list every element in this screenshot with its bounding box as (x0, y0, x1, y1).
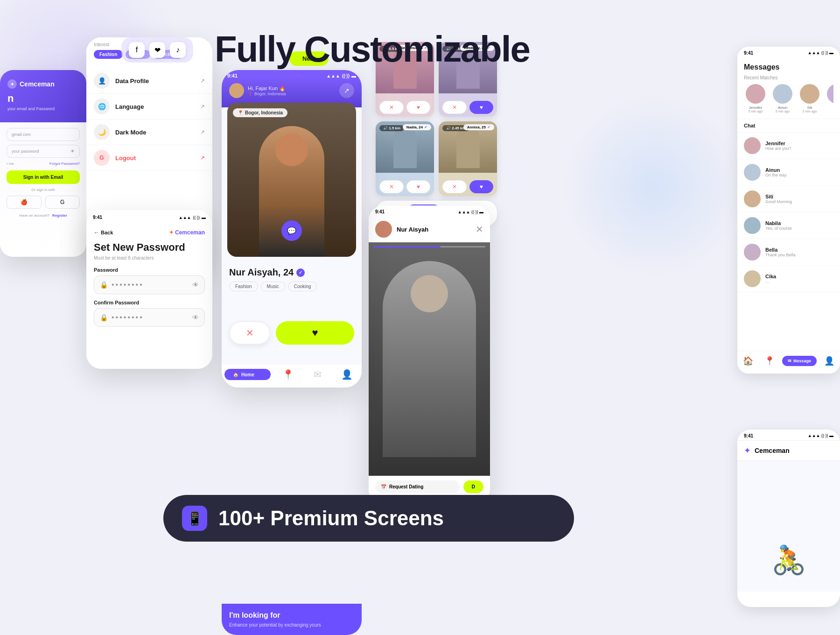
arrow-icon: ↗ (200, 78, 205, 84)
avatar-siti[interactable]: Siti 5 min ago (798, 84, 821, 113)
msg-nav-home[interactable]: 🏠 (737, 356, 759, 366)
nav-messages[interactable]: ✉ (303, 369, 332, 380)
chat-ainun[interactable]: Ainun On the way (737, 159, 840, 186)
back-button[interactable]: ← Back (94, 230, 113, 235)
recent-matches-label: Recent Matches (744, 75, 833, 80)
or-divider: Or sign in with (7, 188, 80, 192)
story-header: Nur Aisyah ✕ (369, 216, 490, 242)
pw-password-field[interactable]: 🔒 •••••••• 👁 (94, 275, 205, 294)
story-time: 9:41 (375, 209, 385, 214)
facebook-icon[interactable]: f (129, 42, 145, 58)
dark-mode-label: Dark Mode (115, 129, 195, 136)
card-location-badge: 📍 Bogor, Indonesia (233, 108, 287, 117)
logout-item[interactable]: G Logout ↗ (86, 145, 212, 171)
pw-password-label: Password (94, 267, 205, 273)
logout-label: Logout (115, 155, 195, 162)
msg-header: Messages Recent Matches Jennifer 5 min a… (737, 57, 840, 119)
location-text: 📍 Bogor, Indonesia (248, 92, 286, 96)
data-profile-item[interactable]: 👤 Data Profile ↗ (86, 68, 212, 94)
avatar-ainun[interactable]: Ainun 5 min ago (771, 84, 794, 113)
story-name: Nur Aisyah (397, 226, 428, 233)
tag-fashion[interactable]: Fashion (94, 50, 123, 59)
lock-icon: 🔒 (100, 314, 108, 321)
battery-icon: ▬ (351, 73, 356, 78)
match-card-4: 🔊 2.45 km Annisa, 25 ✓ ✕ ♥ (439, 121, 497, 196)
chat-jennifer[interactable]: Jennifer How are you? (737, 133, 840, 159)
dislike-button[interactable]: ✕ (229, 321, 270, 345)
pw-confirm-field[interactable]: 🔒 •••••••• 👁 (94, 308, 205, 327)
looking-title: I'm looking for (229, 611, 354, 620)
tag-cooking[interactable]: Cooking (288, 282, 317, 291)
chat-fab-button[interactable]: 💬 (281, 220, 302, 241)
msg-nav-location[interactable]: 📍 (759, 356, 780, 366)
login-logo-text: Cemceman (20, 80, 55, 88)
password-field[interactable]: your password 👁 (7, 145, 80, 158)
pw-confirm-dots: •••••••• (112, 313, 189, 322)
tag-fashion[interactable]: Fashion (229, 282, 258, 291)
heart-icon[interactable]: ❤ (149, 42, 165, 58)
verified-badge: ✓ (296, 268, 305, 277)
arrow-icon: ↗ (200, 103, 205, 110)
request-dating-button[interactable]: 📅 Request Dating (375, 480, 460, 493)
login-subtitle: your email and Password (7, 106, 79, 111)
messages-title: Messages (744, 63, 833, 71)
banner-icon: 📱 (182, 506, 207, 531)
eye-icon[interactable]: 👁 (192, 281, 199, 289)
home-nav-label: Home (241, 372, 254, 377)
looking-subtitle: Enhance your potential by exchanging you… (229, 622, 354, 628)
msg-nav-messages-active[interactable]: ✉ Message (782, 356, 817, 366)
language-icon: 🌐 (94, 99, 110, 114)
nav-profile[interactable]: 👤 (332, 369, 362, 380)
match-actions-4: ✕ ♥ (439, 180, 497, 193)
like-1[interactable]: ♥ (406, 101, 431, 114)
share-button[interactable]: ↗ (339, 83, 354, 98)
email-field[interactable]: gmail.com (7, 128, 80, 141)
profile-icon: 👤 (94, 73, 110, 89)
messages-bottom-nav: 🏠 📍 ✉ Message 👤 (737, 351, 840, 374)
forgot-password-link[interactable]: Forgot Password? (49, 162, 80, 166)
msg-nav-profile[interactable]: 👤 (819, 356, 840, 366)
premium-screens-banner: 📱 100+ Premium Screens (163, 495, 574, 542)
like-4[interactable]: ♥ (469, 180, 494, 193)
chat-cika[interactable]: Cika ... (737, 266, 840, 292)
avatar-n[interactable]: N 5 (825, 84, 833, 113)
story-avatar (375, 221, 392, 238)
tiktok-icon[interactable]: ♪ (170, 42, 186, 58)
chat-bella[interactable]: Bella Thank you Bella (737, 239, 840, 266)
dark-mode-item[interactable]: 🌙 Dark Mode ↗ (86, 120, 212, 145)
register-link[interactable]: Register (52, 213, 67, 218)
like-button[interactable]: ♥ (276, 321, 354, 345)
eye-icon[interactable]: 👁 (192, 314, 199, 321)
main-heading: Fully Customizable (215, 28, 530, 71)
google-login-button[interactable]: G (45, 196, 80, 209)
match-actions-2: ✕ ♥ (439, 101, 497, 114)
profile-name: Nur Aisyah, 24 (229, 267, 294, 278)
chat-siti[interactable]: Siti Good Morning (737, 186, 840, 212)
dislike-2[interactable]: ✕ (442, 101, 467, 114)
pin-icon: 📍 (238, 110, 243, 115)
wifi-icon: ((·)) (342, 73, 350, 78)
dislike-1[interactable]: ✕ (379, 101, 404, 114)
like-2[interactable]: ♥ (469, 101, 494, 114)
language-item[interactable]: 🌐 Language ↗ (86, 94, 212, 120)
pw-back-row: ← Back ✦ Cemceman (94, 229, 205, 236)
chat-nabila[interactable]: Nabila Yes, of course (737, 212, 840, 239)
nav-home-active[interactable]: 🏠 Home (224, 369, 271, 380)
dislike-3[interactable]: ✕ (379, 180, 404, 193)
date-button[interactable]: D (463, 480, 483, 493)
wifi-icon: ((·)) (193, 215, 200, 220)
bg-decoration-right (560, 93, 747, 280)
like-3[interactable]: ♥ (406, 180, 431, 193)
tag-music[interactable]: Music (261, 282, 285, 291)
dislike-4[interactable]: ✕ (442, 180, 467, 193)
profile-tags: Fashion Music Cooking (229, 282, 354, 291)
avatar-jennifer[interactable]: Jennifer 5 min ago (744, 84, 767, 113)
apple-login-button[interactable]: 🍎 (7, 196, 42, 209)
pw-header: ← Back ✦ Cemceman Set New Password Must … (86, 223, 212, 327)
dark-mode-icon: 🌙 (94, 124, 110, 140)
user-avatar (229, 83, 244, 98)
nav-location[interactable]: 📍 (273, 369, 303, 380)
sign-in-button[interactable]: Sign in with Email (7, 170, 80, 184)
pw-title: Set New Password (94, 241, 205, 254)
story-close-button[interactable]: ✕ (476, 224, 483, 235)
